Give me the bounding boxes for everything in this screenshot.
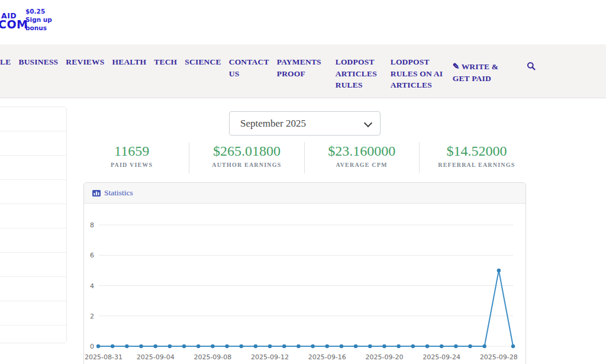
main-navbar: LE BUSINESS REVIEWS HEALTH TECH SCIENCE … [0, 44, 606, 98]
line-chart: 024682025-08-312025-09-042025-09-082025-… [84, 204, 526, 364]
svg-text:4: 4 [90, 282, 94, 290]
stat-paid-views: 11659 PAID VIEWS [75, 142, 189, 173]
stat-value: $23.160000 [305, 143, 419, 159]
statistics-panel: Statistics 024682025-08-312025-09-042025… [83, 182, 526, 364]
stats-summary: 11659 PAID VIEWS $265.01800 AUTHOR EARNI… [75, 142, 534, 173]
sidebar-item[interactable] [0, 131, 66, 156]
stat-author-earnings: $265.01800 AUTHOR EARNINGS [189, 142, 304, 173]
nav-item-business[interactable]: BUSINESS [18, 56, 58, 68]
bonus-line: Sign up [25, 15, 52, 24]
nav-item-health[interactable]: HEALTH [112, 56, 146, 68]
chevron-down-icon [364, 119, 372, 127]
svg-text:2025-09-12: 2025-09-12 [251, 353, 289, 361]
nav-item-payments-proof[interactable]: PAYMENTS PROOF [277, 56, 328, 79]
bonus-line: $0.25 [25, 7, 52, 15]
top-header: AID COM $0.25 Sign up bonus [0, 0, 606, 44]
nav-item-lifestyle[interactable]: LE [0, 56, 11, 68]
nav-item-lodpost-articles-rules[interactable]: LODPOST ARTICLES RULES [336, 56, 383, 91]
bar-chart-icon [92, 189, 101, 197]
svg-text:2025-09-16: 2025-09-16 [308, 353, 346, 361]
nav-item-tech[interactable]: TECH [154, 56, 177, 68]
svg-text:2025-09-20: 2025-09-20 [365, 353, 403, 361]
search-icon[interactable] [527, 62, 536, 73]
stat-average-cpm: $23.160000 AVERAGE CPM [304, 142, 419, 173]
nav-item-science[interactable]: SCIENCE [185, 56, 221, 68]
stat-referral-earnings: $14.52000 REFERRAL EARNINGS [419, 142, 534, 173]
stat-value: 11659 [75, 143, 189, 159]
logo-text-bottom: COM [0, 18, 28, 31]
sidebar-item[interactable] [0, 204, 66, 228]
stat-label: REFERRAL EARNINGS [420, 162, 534, 168]
page: AID COM $0.25 Sign up bonus LE BUSINESS … [0, 0, 606, 364]
svg-text:2: 2 [90, 313, 94, 320]
statistics-panel-header: Statistics [84, 183, 526, 204]
stat-label: PAID VIEWS [75, 162, 189, 168]
nav-item-contact-us[interactable]: CONTACT US [229, 56, 269, 79]
sidebar-item[interactable] [0, 228, 66, 253]
site-logo[interactable]: AID COM $0.25 Sign up bonus [0, 6, 65, 41]
pencil-icon: ✎ [453, 62, 460, 71]
statistics-chart: 024682025-08-312025-09-042025-09-082025-… [84, 204, 526, 364]
sidebar-item[interactable] [0, 180, 66, 204]
statistics-panel-title: Statistics [104, 188, 133, 198]
sidebar-item[interactable] [0, 326, 66, 343]
stat-value: $14.52000 [420, 143, 534, 159]
svg-text:2025-09-08: 2025-09-08 [194, 353, 231, 361]
sidebar-item[interactable] [0, 156, 66, 180]
sidebar-item[interactable] [0, 253, 66, 277]
svg-text:2025-09-04: 2025-09-04 [137, 353, 175, 361]
sidebar-menu [0, 107, 67, 343]
svg-text:0: 0 [90, 343, 94, 350]
stat-value: $265.01800 [189, 143, 304, 159]
stat-label: AVERAGE CPM [305, 162, 419, 168]
nav-item-lodpost-rules-on-ai-articles[interactable]: LODPOST RULES ON AI ARTICLES [391, 56, 445, 91]
svg-text:2025-09-28: 2025-09-28 [480, 353, 518, 361]
month-select[interactable]: September 2025 [229, 111, 381, 136]
svg-text:2025-09-24: 2025-09-24 [423, 353, 460, 361]
sidebar-item[interactable] [0, 107, 66, 131]
sidebar-item[interactable] [0, 301, 66, 326]
nav-menu: LE BUSINESS REVIEWS HEALTH TECH SCIENCE … [0, 56, 536, 91]
svg-text:8: 8 [90, 221, 94, 229]
nav-item-write-get-paid[interactable]: ✎WRITE & GET PAID [453, 61, 510, 84]
signup-bonus-text: $0.25 Sign up bonus [25, 7, 52, 32]
stat-label: AUTHOR EARNINGS [189, 162, 304, 168]
svg-text:6: 6 [90, 252, 94, 259]
sidebar-item[interactable] [0, 277, 66, 301]
bonus-line: bonus [25, 24, 52, 32]
month-select-value: September 2025 [240, 112, 306, 135]
svg-text:2025-08-31: 2025-08-31 [85, 353, 123, 361]
nav-item-reviews[interactable]: REVIEWS [66, 56, 104, 68]
